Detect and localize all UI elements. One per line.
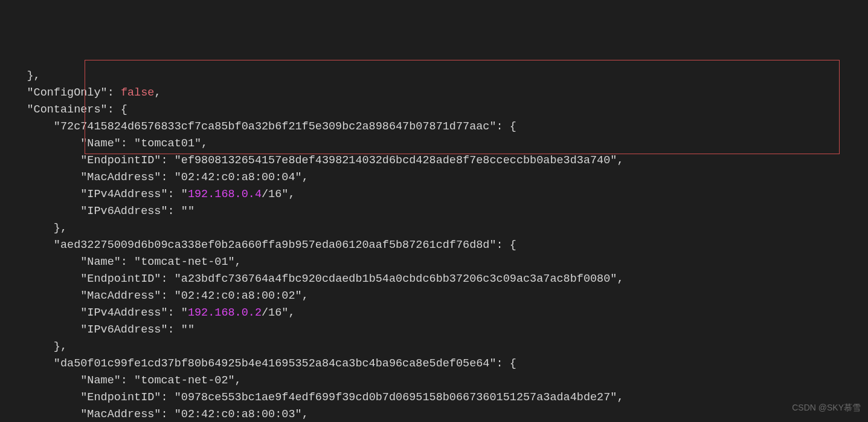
c2-ipv6-val: "" bbox=[181, 323, 194, 336]
container2-id: "aed32275009d6b09ca338ef0b2a660ffa9b957e… bbox=[54, 239, 497, 252]
c1-endpoint-val: "ef9808132654157e8def4398214032d6bcd428a… bbox=[175, 154, 617, 167]
c1-ipv6-key: "IPv6Address" bbox=[80, 205, 167, 218]
c3-name-val: "tomcat-net-02" bbox=[134, 374, 235, 387]
json-code-block: }, "ConfigOnly": false, "Containers": { … bbox=[0, 68, 868, 422]
c1-mac-val: "02:42:c0:a8:00:04" bbox=[175, 171, 302, 184]
c2-ipv4-key: "IPv4Address" bbox=[80, 307, 167, 319]
watermark-text: CSDN @SKY慕雪 bbox=[792, 399, 861, 416]
container3-id: "da50f01c99fe1cd37bf80b64925b4e41695352a… bbox=[54, 357, 497, 370]
c2-mac-key: "MacAddress" bbox=[80, 290, 161, 302]
c3-name-key: "Name" bbox=[80, 374, 121, 387]
brace-close: }, bbox=[54, 222, 67, 235]
c1-endpoint-key: "EndpointID" bbox=[80, 154, 161, 167]
key-containers: "Containers" bbox=[27, 103, 107, 116]
c3-mac-val: "02:42:c0:a8:00:03" bbox=[175, 408, 302, 421]
value-false: false bbox=[121, 86, 155, 99]
brace-close: }, bbox=[54, 340, 67, 353]
c1-name-key: "Name" bbox=[80, 137, 121, 150]
c3-mac-key: "MacAddress" bbox=[80, 408, 161, 421]
c2-name-key: "Name" bbox=[80, 256, 121, 268]
c1-ipv4-post: /16" bbox=[262, 188, 288, 201]
c2-ipv4-pre: " bbox=[181, 307, 188, 319]
c2-name-val: "tomcat-net-01" bbox=[134, 256, 235, 268]
c1-ipv4-key: "IPv4Address" bbox=[80, 188, 167, 201]
c2-endpoint-key: "EndpointID" bbox=[80, 273, 161, 285]
c3-endpoint-val: "0978ce553bc1ae9f4edf699f39cd0b7d0695158… bbox=[175, 391, 617, 404]
key-configonly: "ConfigOnly" bbox=[27, 86, 107, 99]
c2-mac-val: "02:42:c0:a8:00:02" bbox=[175, 290, 302, 302]
container1-id: "72c7415824d6576833cf7ca85bf0a32b6f21f5e… bbox=[54, 120, 497, 133]
c2-endpoint-val: "a23bdfc736764a4fbc920cdaedb1b54a0cbdc6b… bbox=[175, 273, 617, 285]
c1-mac-key: "MacAddress" bbox=[80, 171, 161, 184]
c1-ipv4-ip: 192.168.0.4 bbox=[188, 188, 262, 201]
c1-ipv4-pre: " bbox=[181, 188, 188, 201]
c1-ipv6-val: "" bbox=[181, 205, 194, 218]
c2-ipv4-post: /16" bbox=[262, 307, 288, 319]
c3-endpoint-key: "EndpointID" bbox=[80, 391, 161, 404]
c2-ipv6-key: "IPv6Address" bbox=[80, 323, 167, 336]
c2-ipv4-ip: 192.168.0.2 bbox=[188, 307, 262, 319]
brace: }, bbox=[27, 70, 40, 82]
c1-name-val: "tomcat01" bbox=[134, 137, 201, 150]
